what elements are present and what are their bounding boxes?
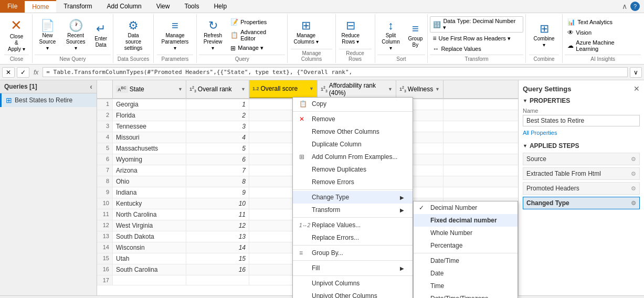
- grid-cell: 8: [97, 176, 113, 187]
- formula-ok-btn[interactable]: ✓: [17, 67, 29, 78]
- grid-cell: Indiana: [113, 187, 186, 198]
- text-analytics-btn[interactable]: 📊 Text Analytics: [565, 17, 641, 27]
- menu-item-group-by[interactable]: ≡ Group By...: [293, 247, 413, 259]
- step-label: Extracted Table From Html: [526, 170, 601, 177]
- qs-applied-steps-arrow: ▼: [523, 143, 527, 148]
- overall-rank-dropdown-icon[interactable]: ▼: [241, 87, 246, 92]
- sidebar-collapse-icon[interactable]: ‹: [90, 82, 92, 91]
- submenu-date[interactable]: Date: [414, 267, 518, 280]
- qs-all-properties-link[interactable]: All Properties: [523, 130, 640, 136]
- vision-btn[interactable]: 👁 Vision: [565, 28, 641, 37]
- refresh-preview-btn[interactable]: ↻ RefreshPreview ▾: [199, 17, 227, 54]
- grid-cell: 16: [186, 264, 249, 275]
- grid-col-overall-rank-header[interactable]: 123 Overall rank ▼: [186, 80, 249, 98]
- menu-item-change-type[interactable]: Change Type ▶: [293, 191, 413, 204]
- submenu-decimal-number[interactable]: ✓ Decimal Number: [414, 201, 518, 214]
- qs-close-btn[interactable]: ✕: [634, 84, 640, 93]
- combine-btn[interactable]: ⊞ Combine ▾: [529, 20, 559, 50]
- menu-item-replace-errors[interactable]: Replace Errors...: [293, 231, 413, 244]
- submenu-datetime[interactable]: Date/Time: [414, 254, 518, 267]
- grid-cell: 16: [97, 264, 113, 275]
- tab-help[interactable]: Help: [206, 0, 234, 13]
- new-source-btn[interactable]: 📄 NewSource ▾: [35, 17, 60, 54]
- first-row-headers-btn[interactable]: ≡ Use First Row as Headers ▾: [430, 34, 523, 43]
- qs-properties-arrow: ▼: [523, 98, 527, 103]
- new-source-icon: 📄: [40, 19, 55, 33]
- azure-ml-icon: ☁: [567, 42, 574, 49]
- menu-item-remove[interactable]: ✕ Remove: [293, 113, 413, 125]
- menu-item-remove-other[interactable]: Remove Other Columns: [293, 125, 413, 138]
- grid-cell: 9: [186, 187, 249, 198]
- qs-name-input[interactable]: [523, 115, 640, 126]
- split-column-label: SplitColumn ▾: [380, 33, 402, 51]
- replace-values-menu-icon: 1↔2: [299, 222, 310, 228]
- ribbon-collapse-icon[interactable]: ∧: [622, 2, 627, 10]
- menu-item-unpivot[interactable]: Unpivot Columns: [293, 277, 413, 290]
- group-by-btn[interactable]: ≡ GroupBy: [405, 20, 425, 50]
- enter-data-btn[interactable]: ↵ EnterData: [91, 20, 111, 50]
- step-item[interactable]: Extracted Table From Html⚙: [523, 167, 640, 180]
- tab-transform[interactable]: Transform: [56, 0, 99, 13]
- grid-cell: [113, 275, 186, 285]
- data-source-settings-btn[interactable]: ⚙ Data sourcesettings: [117, 17, 150, 54]
- tab-add-column[interactable]: Add Column: [100, 0, 149, 13]
- replace-values-btn[interactable]: ↔ Replace Values: [430, 44, 523, 54]
- ribbon-group-data-sources: ⚙ Data sourcesettings Data Sources: [113, 14, 154, 63]
- close-apply-btn[interactable]: ✕ Close &Apply ▾: [4, 15, 29, 55]
- overall-score-dropdown-icon[interactable]: ▼: [309, 86, 314, 91]
- ribbon-group-close: ✕ Close &Apply ▾ Close: [1, 14, 33, 63]
- menu-item-remove-errors[interactable]: Remove Errors: [293, 176, 413, 188]
- tab-tools[interactable]: Tools: [177, 0, 206, 13]
- reduce-rows-icon: ⊟: [346, 19, 355, 33]
- reduce-rows-btn[interactable]: ⊟ ReduceRows ▾: [339, 17, 362, 47]
- menu-item-copy[interactable]: 📋 Copy: [293, 98, 413, 110]
- grid-col-overall-score-header[interactable]: 1.2 Overall score ▼: [249, 80, 318, 98]
- manage-parameters-btn[interactable]: ≡ ManageParameters ▾: [157, 17, 193, 54]
- decimal-check-icon: ✓: [419, 204, 424, 211]
- grid-col-wellness-header[interactable]: 123 Wellness ▼: [396, 80, 444, 98]
- properties-btn[interactable]: 📝 Properties: [228, 17, 285, 27]
- grid-col-state-header[interactable]: ABC State ▼: [113, 80, 186, 98]
- grid-cell: 7: [186, 165, 249, 176]
- menu-item-remove-duplicates[interactable]: Remove Duplicates: [293, 163, 413, 176]
- grid-col-affordability-header[interactable]: 123 Affordability rank (40%) ▼: [318, 80, 396, 98]
- data-type-btn[interactable]: 🔢 Data Type: Decimal Number ▾: [430, 16, 523, 33]
- recent-sources-btn[interactable]: 🕐 RecentSources ▾: [61, 17, 90, 54]
- azure-ml-btn[interactable]: ☁ Azure Machine Learning: [565, 38, 641, 53]
- tab-file[interactable]: File: [0, 0, 25, 13]
- state-dropdown-icon[interactable]: ▼: [178, 87, 183, 92]
- tab-view[interactable]: View: [149, 0, 177, 13]
- menu-item-unpivot-other[interactable]: Unpivot Other Columns: [293, 290, 413, 298]
- submenu-datetime-timezone[interactable]: Date/Time/Timezone: [414, 292, 518, 298]
- step-gear-icon: ⚙: [631, 200, 636, 207]
- advanced-editor-btn[interactable]: 📋 Advanced Editor: [228, 28, 285, 42]
- step-item[interactable]: Source⚙: [523, 153, 640, 165]
- step-item[interactable]: Promoted Headers⚙: [523, 182, 640, 195]
- sidebar-item-best-states[interactable]: ⊞ Best States to Retire: [0, 93, 97, 107]
- help-icon[interactable]: ?: [630, 2, 640, 11]
- split-column-btn[interactable]: ↕ SplitColumn ▾: [377, 17, 405, 54]
- formula-input[interactable]: [43, 67, 628, 77]
- ribbon-group-transform-label: Transform: [430, 55, 523, 62]
- menu-item-duplicate[interactable]: Duplicate Column: [293, 138, 413, 151]
- ribbon-group-manage-columns-label: Manage Columns: [291, 49, 332, 62]
- grid-cell: 4: [97, 132, 113, 143]
- manage-columns-btn[interactable]: ⊞ ManageColumns ▾: [291, 17, 321, 47]
- formula-expand-btn[interactable]: ∨: [630, 67, 642, 78]
- menu-item-replace-values[interactable]: 1↔2 Replace Values...: [293, 219, 413, 231]
- tab-home[interactable]: Home: [25, 0, 56, 13]
- qs-header: Query Settings ✕: [523, 84, 640, 93]
- wellness-dropdown-icon[interactable]: ▼: [435, 87, 440, 92]
- menu-item-add-from-examples[interactable]: ⊞ Add Column From Examples...: [293, 151, 413, 163]
- submenu-fixed-decimal[interactable]: Fixed decimal number: [414, 214, 518, 227]
- menu-item-transform[interactable]: Transform ▶: [293, 204, 413, 216]
- formula-cancel-btn[interactable]: ✕: [2, 67, 15, 78]
- submenu-percentage[interactable]: Percentage: [414, 239, 518, 252]
- submenu-time[interactable]: Time: [414, 280, 518, 292]
- recent-sources-icon: 🕐: [69, 19, 83, 33]
- submenu-whole-number[interactable]: Whole Number: [414, 227, 518, 239]
- step-item[interactable]: Changed Type⚙: [523, 197, 640, 209]
- manage-btn[interactable]: ⊞ Manage ▾: [228, 44, 285, 53]
- menu-item-fill[interactable]: Fill ▶: [293, 262, 413, 274]
- affordability-dropdown-icon[interactable]: ▼: [388, 87, 393, 92]
